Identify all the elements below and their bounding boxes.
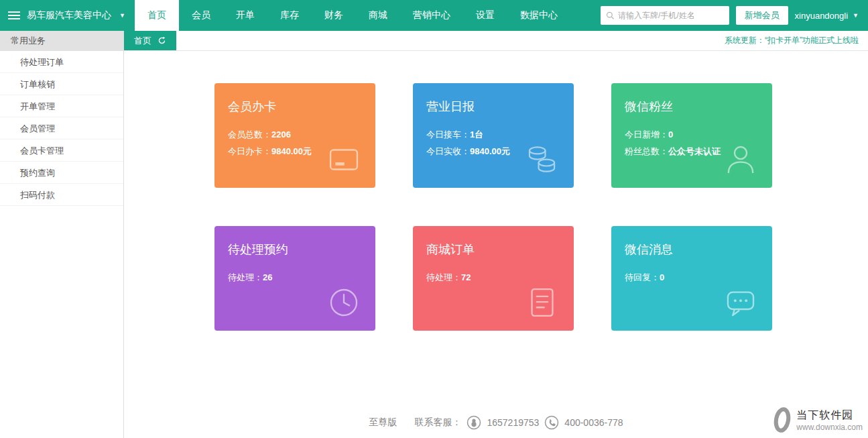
- sidebar-item-order-verify[interactable]: 订单核销: [0, 73, 123, 95]
- dashboard-cards: 会员办卡 会员总数：2206 今日办卡：9840.00元 营业日报 今日接车：1…: [214, 83, 772, 331]
- phone-icon: [544, 415, 559, 430]
- person-icon: [721, 140, 760, 179]
- nav-item-finance[interactable]: 财务: [312, 0, 356, 31]
- sidebar-item-pending-orders[interactable]: 待处理订单: [0, 51, 123, 73]
- card-member-enrollment[interactable]: 会员办卡 会员总数：2206 今日办卡：9840.00元: [214, 83, 375, 188]
- tabstrip: 首页 系统更新：“扣卡开单”功能正式上线啦: [124, 31, 868, 51]
- card-pending-appointments[interactable]: 待处理预约 待处理：26: [214, 226, 375, 331]
- stat-label: 今日实收：: [426, 146, 470, 156]
- clock-icon: [324, 283, 363, 322]
- watermark-site: 当下软件园: [796, 408, 863, 423]
- downxia-logo-icon: [773, 406, 792, 434]
- search-icon: [606, 11, 615, 20]
- stat-value: 26: [263, 272, 272, 282]
- refresh-icon[interactable]: [158, 36, 166, 45]
- card-mall-orders[interactable]: 商城订单 待处理：72: [413, 226, 574, 331]
- stat-value: 公众号未认证: [668, 146, 721, 156]
- order-list-icon: [523, 283, 562, 322]
- stat-value: 2206: [271, 129, 291, 140]
- card-title: 营业日报: [426, 99, 560, 115]
- stat-value: 0: [660, 272, 664, 282]
- add-member-button[interactable]: 新增会员: [736, 6, 788, 25]
- tab-home[interactable]: 首页: [124, 31, 176, 50]
- footer: 至尊版 联系客服： 1657219753 400-0036-778: [124, 415, 868, 430]
- nav-item-marketing-center[interactable]: 营销中心: [400, 0, 463, 31]
- body: 常用业务 待处理订单 订单核销 开单管理 会员管理 会员卡管理 预约查询 扫码付…: [0, 31, 868, 438]
- chevron-down-icon: ▼: [119, 12, 125, 19]
- sidebar-item-billing-mgmt[interactable]: 开单管理: [0, 95, 123, 117]
- search-input[interactable]: [618, 11, 723, 20]
- stat-label: 待处理：: [228, 272, 263, 282]
- sidebar-item-member-card-mgmt[interactable]: 会员卡管理: [0, 140, 123, 162]
- brand-title: 易车服汽车美容中心: [27, 9, 111, 21]
- card-title: 会员办卡: [228, 99, 362, 115]
- stat-value: 72: [461, 272, 471, 282]
- stat-value: 1台: [470, 129, 483, 140]
- nav-item-mall[interactable]: 商城: [356, 0, 400, 31]
- stat-label: 待处理：: [426, 272, 461, 282]
- topbar-right: 新增会员 xinyuandongli ▼: [601, 0, 868, 31]
- card-daily-report[interactable]: 营业日报 今日接车：1台 今日实收：9840.00元: [413, 83, 574, 188]
- card-wechat-messages[interactable]: 微信消息 待回复：0: [611, 226, 772, 331]
- user-menu[interactable]: xinyuandongli ▼: [795, 11, 859, 21]
- watermark: 当下软件园 www.downxia.com: [773, 406, 863, 434]
- contact-label: 联系客服：: [414, 417, 461, 429]
- nav-item-data-center[interactable]: 数据中心: [507, 0, 570, 31]
- sidebar: 常用业务 待处理订单 订单核销 开单管理 会员管理 会员卡管理 预约查询 扫码付…: [0, 31, 124, 438]
- nav-item-members[interactable]: 会员: [179, 0, 223, 31]
- chevron-down-icon: ▼: [853, 12, 859, 19]
- nav-item-home[interactable]: 首页: [135, 0, 179, 31]
- sidebar-item-member-mgmt[interactable]: 会员管理: [0, 117, 123, 140]
- credit-card-icon: [324, 140, 363, 179]
- system-notice: 系统更新：“扣卡开单”功能正式上线啦: [725, 35, 868, 46]
- stat-label: 会员总数：: [228, 129, 271, 140]
- edition-label: 至尊版: [369, 417, 397, 429]
- search-box: [601, 6, 729, 25]
- phone-number: 400-0036-778: [564, 417, 623, 428]
- tab-label: 首页: [134, 35, 151, 47]
- topbar: 易车服汽车美容中心 ▼ 首页 会员 开单 库存 财务 商城 营销中心 设置 数据…: [0, 0, 868, 31]
- sidebar-item-scan-pay[interactable]: 扫码付款: [0, 184, 123, 206]
- username: xinyuandongli: [795, 11, 849, 21]
- qq-icon: [467, 415, 481, 430]
- card-title: 微信粉丝: [625, 99, 759, 115]
- coins-icon: [523, 140, 562, 179]
- sidebar-header: 常用业务: [0, 31, 123, 51]
- nav-item-billing[interactable]: 开单: [223, 0, 267, 31]
- stat-label: 今日办卡：: [228, 146, 271, 156]
- chat-icon: [721, 283, 760, 322]
- watermark-url: www.downxia.com: [796, 423, 863, 432]
- stat-label: 今日接车：: [426, 129, 470, 140]
- stat-label: 今日新增：: [625, 129, 668, 140]
- main-content: 首页 系统更新：“扣卡开单”功能正式上线啦 会员办卡 会员总数：2206 今日办…: [124, 31, 868, 438]
- watermark-text: 当下软件园 www.downxia.com: [796, 408, 863, 432]
- nav-item-settings[interactable]: 设置: [463, 0, 507, 31]
- main-nav: 首页 会员 开单 库存 财务 商城 营销中心 设置 数据中心: [135, 0, 570, 31]
- card-wechat-fans[interactable]: 微信粉丝 今日新增：0 粉丝总数：公众号未认证: [611, 83, 772, 188]
- card-title: 待处理预约: [228, 241, 362, 258]
- store-menu[interactable]: 易车服汽车美容中心 ▼: [0, 0, 135, 31]
- menu-icon[interactable]: [8, 9, 20, 21]
- stat-value: 9840.00元: [470, 146, 510, 156]
- nav-item-inventory[interactable]: 库存: [267, 0, 312, 31]
- stat-value: 9840.00元: [271, 146, 312, 156]
- card-title: 商城订单: [426, 241, 560, 258]
- stat-value: 0: [668, 129, 673, 140]
- sidebar-item-appointment-query[interactable]: 预约查询: [0, 162, 123, 184]
- card-title: 微信消息: [625, 241, 759, 258]
- qq-number: 1657219753: [487, 417, 539, 428]
- stat-label: 待回复：: [625, 272, 660, 282]
- stat-label: 粉丝总数：: [625, 146, 668, 156]
